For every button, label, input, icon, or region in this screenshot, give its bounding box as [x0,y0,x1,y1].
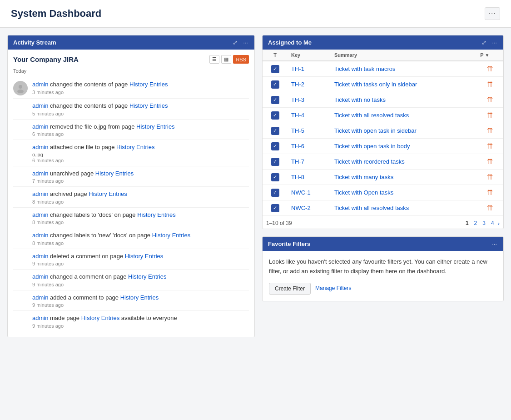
activity-grid-icon-btn[interactable]: ▦ [221,55,231,64]
summary-link[interactable]: Ticket with open task in sidebar [334,127,417,134]
row-checkbox: ✓ [263,92,288,108]
assigned-table-body: ✓ TH-1 Ticket with task macros ⇈ ✓ TH-2 … [263,61,503,215]
col-p: P ▼ [476,50,503,61]
assigned-expand-btn[interactable]: ⤢ [481,39,487,46]
page-link-2[interactable]: 2 [472,220,479,227]
key-link[interactable]: TH-8 [291,174,304,180]
key-link[interactable]: NWC-1 [291,189,311,196]
check-icon: ✓ [271,127,279,135]
table-row: ✓ NWC-1 Ticket with Open tasks ⇈ [263,185,503,200]
activity-page-link[interactable]: History Entries [95,170,134,177]
activity-page-link[interactable]: History Entries [125,253,164,260]
summary-link[interactable]: Ticket with all resolved tasks [334,205,409,211]
row-priority: ⇈ [476,154,503,170]
row-key: TH-8 [288,170,331,185]
assigned-to-me-title: Assigned to Me [268,39,312,46]
activity-page-link[interactable]: History Entries [116,144,155,150]
activity-user-link[interactable]: admin [32,81,48,88]
activity-user-link[interactable]: admin [32,273,48,280]
priority-icon: ⇈ [487,204,493,212]
row-key: NWC-1 [288,185,331,200]
activity-user-link[interactable]: admin [32,144,48,150]
activity-user-link[interactable]: admin [32,190,48,197]
key-link[interactable]: TH-6 [291,143,304,150]
activity-user-link[interactable]: admin [32,315,48,321]
dashboard-layout: Activity Stream ⤢ ··· Your Company JIRA … [0,28,511,345]
row-summary: Ticket with many tasks [331,170,476,185]
activity-time: 9 minutes ago [32,261,249,266]
page-link-3[interactable]: 3 [481,220,487,227]
activity-page-link[interactable]: History Entries [137,211,176,218]
priority-icon: ⇈ [487,173,493,181]
activity-page-link[interactable]: History Entries [129,102,168,109]
activity-text: admin deleted a comment on page History … [32,252,249,261]
priority-icon: ⇈ [487,189,493,196]
summary-link[interactable]: Ticket with all resolved tasks [334,112,409,119]
assigned-table: T Key Summary P ▼ ✓ [263,50,503,215]
activity-page-link[interactable]: History Entries [128,273,167,280]
summary-link[interactable]: Ticket with Open tasks [334,189,393,196]
assigned-menu-btn[interactable]: ··· [491,39,498,46]
key-link[interactable]: TH-7 [291,158,304,165]
activity-text: admin added a comment to page History En… [32,293,249,302]
activity-stream-menu-btn[interactable]: ··· [242,39,249,46]
activity-page-link[interactable]: History Entries [152,232,191,239]
activity-time: 9 minutes ago [32,282,249,287]
key-link[interactable]: TH-1 [291,65,304,72]
summary-link[interactable]: Ticket with many tasks [334,174,393,180]
page-next-btn[interactable]: › [498,220,500,227]
activity-user-link[interactable]: admin [32,232,48,239]
activity-text: admin changed labels to 'new' 'docs' on … [32,231,249,240]
key-link[interactable]: TH-5 [291,127,304,134]
page-link-4[interactable]: 4 [489,220,496,227]
activity-rss-btn[interactable]: RSS [233,55,249,64]
activity-stream-header: Activity Stream ⤢ ··· [8,35,254,50]
activity-list: admin changed the contents of page Histo… [13,77,249,331]
activity-page-link[interactable]: History Entries [120,294,159,301]
activity-list-icon-btn[interactable]: ☰ [209,55,219,64]
activity-page-link[interactable]: History Entries [89,190,127,197]
row-summary: Ticket with Open tasks [331,185,476,200]
col-summary: Summary [331,50,476,61]
activity-content: admin changed a comment on page History … [32,272,249,287]
assigned-to-me-header: Assigned to Me ⤢ ··· [263,35,503,50]
key-link[interactable]: TH-3 [291,96,304,103]
row-key: TH-3 [288,92,331,108]
key-link[interactable]: TH-2 [291,81,304,88]
assigned-to-me-widget: Assigned to Me ⤢ ··· T Key Summary [262,35,504,229]
activity-page-link[interactable]: History Entries [136,123,175,130]
activity-user-link[interactable]: admin [32,102,48,109]
summary-link[interactable]: Ticket with tasks only in sidebar [334,81,417,88]
activity-user-link[interactable]: admin [32,294,48,301]
key-link[interactable]: NWC-2 [291,205,311,211]
activity-user-link[interactable]: admin [32,123,48,130]
activity-entry: admin added a comment to page History En… [13,290,249,311]
create-filter-btn[interactable]: Create Filter [269,283,311,295]
summary-link[interactable]: Ticket with task macros [334,65,396,72]
row-priority: ⇈ [476,61,503,77]
activity-entry: admin changed the contents of page Histo… [13,99,249,120]
summary-link[interactable]: Ticket with open task in body [334,143,410,150]
assigned-table-head: T Key Summary P ▼ [263,50,503,61]
activity-page-link[interactable]: History Entries [81,315,120,321]
manage-filters-link[interactable]: Manage Filters [315,283,351,295]
page-link-1[interactable]: 1 [464,220,471,227]
activity-user-link[interactable]: admin [32,253,48,260]
activity-user-link[interactable]: admin [32,170,48,177]
avatar-spacer [13,190,28,205]
summary-link[interactable]: Ticket with reordered tasks [334,158,405,165]
activity-stream-expand-btn[interactable]: ⤢ [232,39,238,46]
activity-stream-body: Your Company JIRA ☰ ▦ RSS Today admin ch… [8,50,254,337]
today-label: Today [13,68,249,74]
activity-page-link[interactable]: History Entries [129,81,168,88]
priority-icon: ⇈ [487,65,493,73]
key-link[interactable]: TH-4 [291,112,304,119]
activity-time: 6 minutes ago [32,158,249,163]
row-priority: ⇈ [476,185,503,200]
activity-text: admin changed the contents of page Histo… [32,80,249,89]
fav-filters-menu-btn[interactable]: ··· [491,240,498,247]
header-menu-button[interactable]: ··· [485,7,500,20]
summary-link[interactable]: Ticket with no tasks [334,96,386,103]
activity-user-link[interactable]: admin [32,211,48,218]
activity-text: admin changed the contents of page Histo… [32,101,249,110]
